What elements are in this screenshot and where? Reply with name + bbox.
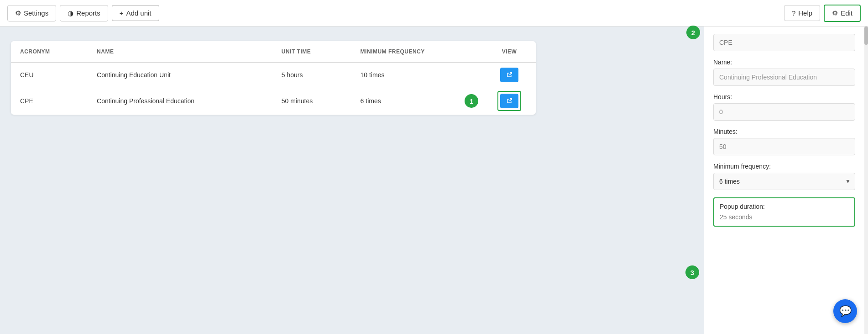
settings-button[interactable]: ⚙ Settings [7, 5, 56, 21]
sidebar-content: Name: Hours: Minutes: Minimum frequency:… [704, 27, 868, 241]
add-unit-label: Add unit [126, 9, 152, 17]
row2-view-cell: 1 [483, 87, 536, 115]
acronym-field[interactable] [713, 34, 855, 51]
minutes-label: Minutes: [713, 128, 855, 135]
main-content: ACRONYM NAME UNIT TIME MINIMUM FREQUENCY… [0, 27, 868, 334]
table-row: CEU Continuing Education Unit 5 hours 10… [11, 63, 536, 87]
table-card: ACRONYM NAME UNIT TIME MINIMUM FREQUENCY… [11, 41, 536, 115]
col-acronym: ACRONYM [11, 41, 88, 63]
edit-button[interactable]: ⚙ Edit [824, 5, 861, 22]
badge-3: 3 [685, 265, 699, 279]
col-view: VIEW [483, 41, 536, 63]
settings-icon: ⚙ [832, 9, 838, 17]
minutes-group: Minutes: [713, 128, 855, 155]
row1-unit-time: 5 hours [272, 63, 351, 87]
col-name: NAME [88, 41, 272, 63]
chart-icon: ◑ [68, 9, 73, 17]
add-unit-button[interactable]: + Add unit [112, 5, 159, 21]
edit-label: Edit [841, 9, 852, 17]
row2-min-freq: 6 times [351, 87, 483, 115]
row1-min-freq: 10 times [351, 63, 483, 87]
units-table: ACRONYM NAME UNIT TIME MINIMUM FREQUENCY… [11, 41, 536, 115]
name-label: Name: [713, 58, 855, 66]
row1-acronym: CEU [11, 63, 88, 87]
row2-view-button[interactable] [500, 94, 518, 108]
row1-view-cell [483, 63, 536, 87]
name-field[interactable] [713, 69, 855, 86]
external-link-icon [506, 71, 513, 79]
name-group: Name: [713, 58, 855, 86]
col-min-frequency: MINIMUM FREQUENCY [351, 41, 483, 63]
external-link-icon [506, 97, 513, 105]
topbar-right: ? Help ⚙ Edit [784, 5, 861, 22]
hours-label: Hours: [713, 93, 855, 101]
chat-icon: 💬 [839, 305, 852, 317]
min-frequency-select[interactable]: 6 times [713, 173, 855, 190]
row1-view-button[interactable] [500, 68, 518, 82]
minutes-field[interactable] [713, 138, 855, 155]
min-frequency-select-wrapper: 6 times ▼ [713, 173, 855, 190]
hours-field[interactable] [713, 103, 855, 121]
row2-name: Continuing Professional Education [88, 87, 272, 115]
table-row: CPE Continuing Professional Education 50… [11, 87, 536, 115]
popup-duration-group: Popup duration: [713, 197, 855, 227]
hours-group: Hours: [713, 93, 855, 121]
table-header-row: ACRONYM NAME UNIT TIME MINIMUM FREQUENCY… [11, 41, 536, 63]
col-unit-time: UNIT TIME [272, 41, 351, 63]
help-button[interactable]: ? Help [784, 5, 820, 21]
question-icon: ? [792, 9, 795, 17]
right-sidebar: Name: Hours: Minutes: Minimum frequency:… [704, 27, 868, 334]
min-frequency-group: Minimum frequency: 6 times ▼ [713, 163, 855, 190]
min-frequency-label: Minimum frequency: [713, 163, 855, 170]
scrollbar[interactable] [864, 27, 868, 334]
topbar: ⚙ Settings ◑ Reports + Add unit ? Help ⚙… [0, 0, 868, 27]
badge-2: 2 [686, 26, 700, 39]
help-label: Help [798, 9, 812, 17]
highlight-box [497, 91, 521, 111]
plus-icon: + [120, 9, 124, 17]
row2-unit-time: 50 minutes [272, 87, 351, 115]
popup-duration-field[interactable] [720, 213, 849, 221]
reports-button[interactable]: ◑ Reports [60, 5, 108, 21]
row2-acronym: CPE [11, 87, 88, 115]
left-panel: ACRONYM NAME UNIT TIME MINIMUM FREQUENCY… [0, 27, 704, 334]
scrollbar-thumb [864, 27, 868, 45]
topbar-left: ⚙ Settings ◑ Reports + Add unit [7, 5, 159, 21]
badge-1: 1 [465, 94, 478, 108]
chat-button[interactable]: 💬 [833, 299, 857, 323]
settings-label: Settings [24, 9, 48, 17]
row1-name: Continuing Education Unit [88, 63, 272, 87]
reports-label: Reports [76, 9, 100, 17]
popup-duration-label: Popup duration: [720, 203, 849, 210]
gear-icon: ⚙ [15, 9, 21, 17]
